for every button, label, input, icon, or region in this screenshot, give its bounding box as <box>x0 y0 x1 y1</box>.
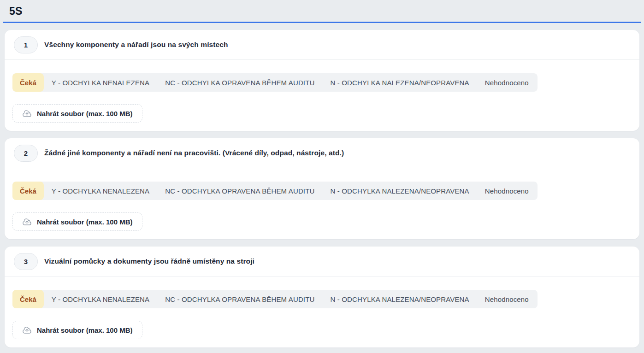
rating-option-nc[interactable]: NC - ODCHYLKA OPRAVENA BĚHEM AUDITU <box>157 295 322 303</box>
upload-file-label: Nahrát soubor (max. 100 MB) <box>37 110 133 118</box>
item-body: Čeká Y - ODCHYLKA NENALEZENA NC - ODCHYL… <box>5 277 639 339</box>
cloud-upload-icon <box>22 109 32 118</box>
rating-option-n[interactable]: N - ODCHYLKA NALEZENA/NEOPRAVENA <box>322 295 477 303</box>
rating-option-y[interactable]: Y - ODCHYLKA NENALEZENA <box>44 295 157 303</box>
section-title: 5S <box>3 4 23 18</box>
item-number-badge: 2 <box>14 145 38 162</box>
rating-option-nehodnoceno[interactable]: Nehodnoceno <box>477 295 537 303</box>
rating-option-nehodnoceno[interactable]: Nehodnoceno <box>477 187 537 195</box>
tab-5s[interactable]: 5S <box>3 0 641 23</box>
upload-file-label: Nahrát soubor (max. 100 MB) <box>37 326 133 334</box>
upload-file-button[interactable]: Nahrát soubor (max. 100 MB) <box>12 321 142 339</box>
rating-option-nc[interactable]: NC - ODCHYLKA OPRAVENA BĚHEM AUDITU <box>157 187 322 195</box>
item-body: Čeká Y - ODCHYLKA NENALEZENA NC - ODCHYL… <box>5 168 639 231</box>
item-number-badge: 1 <box>14 36 38 53</box>
cloud-upload-icon <box>22 217 32 227</box>
rating-option-selected[interactable]: Čeká <box>12 73 44 92</box>
item-body: Čeká Y - ODCHYLKA NENALEZENA NC - ODCHYL… <box>5 60 639 123</box>
item-number-badge: 3 <box>14 253 38 270</box>
rating-option-n[interactable]: N - ODCHYLKA NALEZENA/NEOPRAVENA <box>322 187 477 195</box>
rating-options-bar: Čeká Y - ODCHYLKA NENALEZENA NC - ODCHYL… <box>12 290 538 308</box>
rating-option-y[interactable]: Y - ODCHYLKA NENALEZENA <box>44 187 157 195</box>
checklist-item-card: 3 Vizuální pomůcky a dokumenty jsou řádn… <box>5 247 639 347</box>
upload-file-button[interactable]: Nahrát soubor (max. 100 MB) <box>12 104 142 123</box>
rating-option-selected[interactable]: Čeká <box>12 290 44 308</box>
checklist: 1 Všechny komponenty a nářadí jsou na sv… <box>5 30 639 347</box>
item-header: 3 Vizuální pomůcky a dokumenty jsou řádn… <box>5 247 639 277</box>
rating-options-bar: Čeká Y - ODCHYLKA NENALEZENA NC - ODCHYL… <box>12 73 538 92</box>
checklist-item-card: 1 Všechny komponenty a nářadí jsou na sv… <box>5 30 639 131</box>
upload-file-button[interactable]: Nahrát soubor (max. 100 MB) <box>12 212 142 231</box>
item-header: 1 Všechny komponenty a nářadí jsou na sv… <box>5 30 639 60</box>
checklist-item-card: 2 Žádné jiné komponenty a nářadí není na… <box>5 138 639 239</box>
cloud-upload-icon <box>22 325 32 335</box>
item-question: Vizuální pomůcky a dokumenty jsou řádně … <box>44 257 254 265</box>
rating-option-nc[interactable]: NC - ODCHYLKA OPRAVENA BĚHEM AUDITU <box>157 79 322 87</box>
rating-option-selected[interactable]: Čeká <box>12 182 44 200</box>
rating-option-n[interactable]: N - ODCHYLKA NALEZENA/NEOPRAVENA <box>322 79 477 87</box>
rating-options-bar: Čeká Y - ODCHYLKA NENALEZENA NC - ODCHYL… <box>12 182 538 200</box>
item-question: Všechny komponenty a nářadí jsou na svýc… <box>44 41 228 49</box>
rating-option-nehodnoceno[interactable]: Nehodnoceno <box>477 79 537 87</box>
upload-file-label: Nahrát soubor (max. 100 MB) <box>37 218 133 226</box>
item-header: 2 Žádné jiné komponenty a nářadí není na… <box>5 138 639 168</box>
rating-option-y[interactable]: Y - ODCHYLKA NENALEZENA <box>44 79 157 87</box>
item-question: Žádné jiné komponenty a nářadí není na p… <box>44 149 344 157</box>
